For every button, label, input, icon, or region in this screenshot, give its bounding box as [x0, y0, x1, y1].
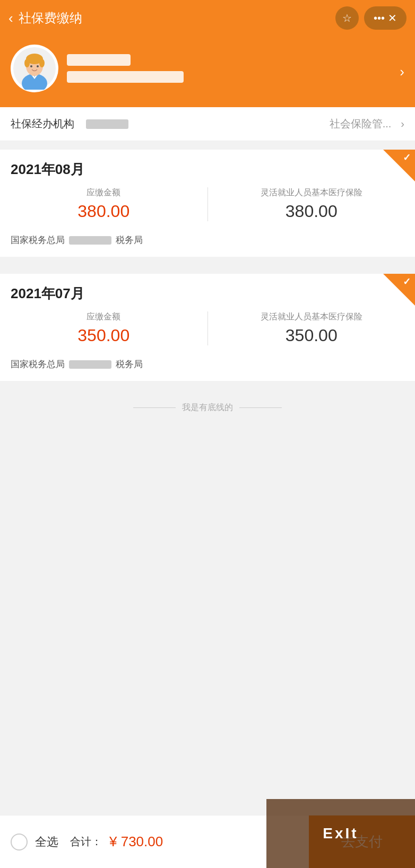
back-icon[interactable]: ‹ — [8, 10, 13, 27]
more-icon: ••• — [374, 12, 385, 24]
footer-left: 全选 合计： ¥ 730.00 — [0, 834, 309, 850]
profile-id — [67, 71, 184, 83]
insurance-type-aug: 灵活就业人员基本医疗保险 — [261, 187, 362, 198]
agency-chevron-icon[interactable]: › — [401, 118, 404, 130]
amount-due-jul: 应缴金额 350.00 — [11, 311, 208, 345]
header: ‹ 社保费缴纳 ☆ ••• ✕ — [0, 0, 415, 36]
list-end-line-right — [239, 407, 282, 408]
agency-name: 社会保险管... — [330, 117, 392, 131]
header-right: ☆ ••• ✕ — [335, 6, 407, 30]
check-mark-jul — [383, 274, 415, 306]
check-mark-aug — [383, 150, 415, 181]
insurance-jul: 灵活就业人员基本医疗保险 350.00 — [208, 311, 405, 345]
tax-bureau-prefix-jul: 国家税务总局 — [11, 358, 65, 370]
card-year-month-aug: 2021年08月 — [0, 150, 415, 187]
more-close-button[interactable]: ••• ✕ — [364, 6, 407, 30]
amount-label-aug: 应缴金额 — [87, 187, 120, 198]
insurance-amount-aug: 380.00 — [286, 202, 338, 221]
tax-bureau-blurred-aug — [69, 236, 111, 245]
agency-blurred — [86, 119, 128, 129]
tax-bureau-prefix-aug: 国家税务总局 — [11, 234, 65, 246]
tax-bureau-blurred-jul — [69, 360, 111, 369]
insurance-amount-jul: 350.00 — [286, 326, 338, 345]
exit-overlay[interactable]: ExIt — [266, 799, 415, 868]
tax-bureau-suffix-jul: 税务局 — [116, 358, 143, 370]
tax-bureau-aug: 国家税务总局 税务局 — [0, 230, 415, 257]
exit-text: ExIt — [323, 825, 358, 842]
total-label: 合计： — [70, 835, 102, 849]
select-all-label: 全选 — [35, 834, 58, 850]
avatar — [11, 45, 58, 92]
payment-card-jul: 2021年07月 应缴金额 350.00 灵活就业人员基本医疗保险 350.00… — [0, 274, 415, 381]
list-end: 我是有底线的 — [0, 389, 415, 426]
profile-arrow-icon[interactable]: › — [400, 64, 404, 80]
star-icon: ☆ — [342, 12, 352, 24]
svg-point-9 — [37, 65, 39, 67]
svg-point-6 — [24, 59, 30, 67]
tax-bureau-suffix-aug: 税务局 — [116, 234, 143, 246]
agency-label: 社保经办机构 — [11, 117, 74, 131]
page-title: 社保费缴纳 — [19, 10, 82, 27]
close-icon: ✕ — [388, 12, 397, 24]
card-amounts-jul: 应缴金额 350.00 灵活就业人员基本医疗保险 350.00 — [0, 311, 415, 354]
empty-area — [0, 426, 415, 670]
favorite-button[interactable]: ☆ — [335, 6, 359, 30]
profile-area[interactable]: › — [0, 36, 415, 107]
payment-card-aug: 2021年08月 应缴金额 380.00 灵活就业人员基本医疗保险 380.00… — [0, 150, 415, 257]
amount-due-aug: 应缴金额 380.00 — [11, 187, 208, 221]
profile-name — [67, 54, 131, 66]
amount-value-jul: 350.00 — [77, 326, 129, 345]
card-year-month-jul: 2021年07月 — [0, 274, 415, 311]
insurance-type-jul: 灵活就业人员基本医疗保险 — [261, 311, 362, 323]
insurance-aug: 灵活就业人员基本医疗保险 380.00 — [208, 187, 405, 221]
profile-info — [67, 54, 404, 83]
section-divider — [0, 141, 415, 150]
tax-bureau-jul: 国家税务总局 税务局 — [0, 354, 415, 381]
svg-point-7 — [39, 59, 45, 67]
select-all-checkbox[interactable] — [11, 834, 28, 850]
amount-label-jul: 应缴金额 — [87, 311, 120, 323]
total-amount: ¥ 730.00 — [109, 834, 163, 850]
header-left: ‹ 社保费缴纳 — [8, 10, 82, 27]
list-end-line-left — [133, 407, 176, 408]
list-end-text: 我是有底线的 — [182, 402, 233, 413]
svg-point-8 — [30, 65, 32, 67]
amount-value-aug: 380.00 — [77, 202, 129, 221]
agency-row: 社保经办机构 社会保险管... › — [0, 107, 415, 141]
card-amounts-aug: 应缴金额 380.00 灵活就业人员基本医疗保险 380.00 — [0, 187, 415, 230]
section-divider-2 — [0, 265, 415, 274]
